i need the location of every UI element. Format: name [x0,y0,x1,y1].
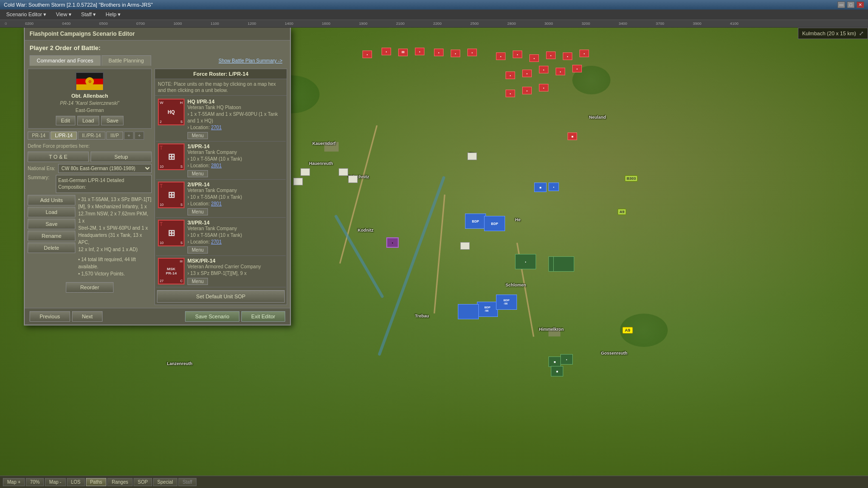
map-unit-blue-3[interactable]: BDP [465,214,486,229]
sop-button[interactable]: SOP [134,478,152,486]
zoom-level-display[interactable]: 70% [26,478,44,486]
ranges-button[interactable]: Ranges [107,478,132,486]
los-button[interactable]: LOS [67,478,85,486]
map-unit-red-15[interactable]: ▪ [522,70,532,77]
save-button[interactable]: Save [28,219,75,229]
map-unit-red-2[interactable]: ▪ [382,48,391,55]
map-unit-white-5[interactable] [339,168,348,176]
map-unit-red-20[interactable]: ▪ [522,87,532,94]
add-units-button[interactable]: Add Units [28,195,75,205]
map-unit-red-6[interactable]: ▪ [451,50,460,57]
map-unit-green-3[interactable]: ■ [548,356,561,367]
map-unit-purple-1[interactable]: ▪ [386,237,399,248]
map-unit-red-12[interactable]: ▪ [563,52,572,60]
show-battle-plan-link[interactable]: Show Battle Plan Summary -> [218,58,282,63]
previous-button[interactable]: Previous [30,311,70,322]
roster-header: Force Roster: L/PR-14 [155,69,287,79]
map-zoom-in-button[interactable]: Map + [3,478,25,486]
map-unit-red-19[interactable]: ▪ [506,90,515,97]
location-link-tank2[interactable]: 2801 [211,201,221,206]
map-unit-red-4[interactable]: ▪ [415,48,424,55]
minimize-button[interactable]: — [837,1,845,8]
map-unit-red-16[interactable]: ▪ [539,66,548,73]
menu-view[interactable]: View ▾ [52,10,76,19]
nav-left: Previous Next [30,311,103,322]
menu-tank2[interactable]: Menu [187,208,208,215]
map-ruler: 0 0200 0400 0500 0700 1000 1100 1200 140… [0,20,868,28]
map-unit-green-2[interactable]: ▪ [515,254,536,269]
force-tab-pr14[interactable]: PR-14 [28,132,50,140]
composition-text: • 31 x T-55AM, 13 x SPz BMP-1[T] [M], 9 … [78,195,152,278]
map-unit-blue-4[interactable]: BDP [484,216,505,231]
map-unit-red-8[interactable]: ▪ [496,52,506,60]
window-controls[interactable]: — □ ✕ [837,1,864,8]
map-unit-red-7[interactable]: ▪ [467,49,477,56]
menu-tank1[interactable]: Menu [187,170,208,177]
map-unit-blue-1[interactable]: ■ [534,183,547,192]
map-unit-red-9[interactable]: ▪ [513,51,522,58]
special-button[interactable]: Special [153,478,177,486]
map-unit-green-5[interactable]: ■ [551,366,563,376]
map-unit-blue-5[interactable]: BDP-56 [477,302,498,317]
location-link-tank3[interactable]: 2701 [211,239,221,244]
menu-help[interactable]: Help ▾ [101,10,125,19]
edit-button[interactable]: Edit [56,116,75,125]
map-unit-red-1[interactable]: ▪ [362,51,372,58]
tab-commander-forces[interactable]: Commander and Forces [30,55,101,66]
map-unit-red-17[interactable]: ▪ [556,68,565,75]
map-unit-red-11[interactable]: ▪ [546,51,556,59]
toe-button[interactable]: T O & E [28,152,89,162]
location-link-hq[interactable]: 2701 [211,125,221,130]
save-commander-button[interactable]: Save [101,116,124,125]
menu-scenario-editor[interactable]: Scenario Editor ▾ [2,10,51,19]
map-zoom-out-button[interactable]: Map - [45,478,66,486]
tab-battle-planning[interactable]: Battle Planning [102,55,151,66]
load-button[interactable]: Load [28,207,75,217]
map-unit-white-1[interactable] [467,152,477,160]
location-link-tank1[interactable]: 2801 [211,163,221,168]
national-era-select[interactable]: CW 80s East-German (1980-1989) [58,164,152,173]
reorder-button[interactable]: Reorder [66,282,114,293]
staff-button[interactable]: Staff [178,478,196,486]
map-unit-white-2[interactable] [460,242,470,250]
map-unit-red-10[interactable]: ▪ [529,54,539,62]
map-unit-red-21[interactable]: ▪ [539,84,548,92]
force-tab-iii[interactable]: III/P [106,132,124,140]
next-button[interactable]: Next [72,311,103,322]
menu-tank3[interactable]: Menu [187,246,208,254]
map-unit-red-13[interactable]: ▪ [579,50,589,57]
map-unit-white-6[interactable] [348,175,358,183]
set-default-sop-button[interactable]: Set Default Unit SOP [157,290,285,303]
delete-button[interactable]: Delete [28,243,75,253]
menu-msk[interactable]: Menu [187,278,208,285]
map-unit-green-4[interactable]: ▪ [560,354,573,365]
load-commander-button[interactable]: Load [77,116,99,125]
force-tab-ii-pr14[interactable]: II./PR-14 [78,132,105,140]
menu-staff[interactable]: Staff ▾ [77,10,100,19]
map-unit-red-18[interactable]: ▪ [572,65,582,72]
menu-hq[interactable]: Menu [187,132,208,139]
roster-item-hq: WH HQ 2S HQ I/PR-14 Veteran Tank HQ Plat… [156,97,286,142]
paths-button[interactable]: Paths [86,478,107,486]
map-unit-red-3[interactable]: ✉ [398,49,408,56]
expand-map-button[interactable]: ⤢ [859,30,864,37]
map-unit-blue-7[interactable] [458,304,479,319]
map-unit-red-5[interactable]: ▪ [434,49,444,56]
force-tab-add-2[interactable]: + [134,132,144,140]
setup-button[interactable]: Setup [91,152,152,162]
exit-editor-button[interactable]: Exit Editor [241,311,285,322]
map-unit-green-6[interactable] [553,256,574,272]
close-button[interactable]: ✕ [857,1,864,8]
map-area[interactable]: Kauerndorf Hauenreuth Falschnitz Kodnitz… [0,28,868,476]
force-tab-add-1[interactable]: + [124,132,134,140]
map-unit-white-4[interactable] [293,178,303,185]
map-unit-blue-6[interactable]: BDP-56 [496,295,517,310]
save-scenario-button[interactable]: Save Scenario [185,311,239,322]
map-unit-red-14[interactable]: ▪ [506,71,515,79]
rename-button[interactable]: Rename [28,231,75,241]
map-unit-red-22[interactable]: ■ [568,132,577,140]
map-unit-white-3[interactable] [300,168,310,176]
force-tab-l-pr14[interactable]: L/PR-14 [51,132,77,140]
maximize-button[interactable]: □ [847,1,855,8]
map-unit-blue-2[interactable]: ▪ [548,183,559,191]
